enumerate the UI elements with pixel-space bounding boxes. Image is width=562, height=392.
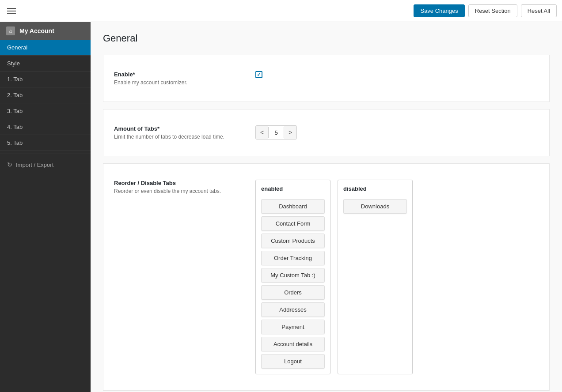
refresh-icon: ↻	[7, 161, 12, 168]
field-label-col-reorder: Reorder / Disable Tabs Reorder or even d…	[114, 180, 255, 194]
sidebar-nav-item-1[interactable]: Style	[0, 56, 91, 72]
main-content: General Enable* Enable my account custom…	[91, 22, 562, 392]
tabs-reorder-row: Reorder / Disable Tabs Reorder or even d…	[114, 173, 539, 381]
field-label-col-amount-tabs: Amount of Tabs* Limit the number of tabs…	[114, 125, 255, 140]
sidebar-nav-item-5[interactable]: 4. Tab	[0, 119, 91, 135]
field-label-amount-tabs: Amount of Tabs*	[114, 125, 255, 132]
field-label-col-enable: Enable* Enable my account customizer.	[114, 71, 255, 86]
menu-icon-wrap	[5, 5, 18, 17]
enabled-tab-item-3[interactable]: Order Tracking	[261, 251, 325, 265]
menu-icon[interactable]	[5, 5, 18, 17]
enabled-column: enabled DashboardContact FormCustom Prod…	[255, 180, 330, 374]
enabled-tab-item-1[interactable]: Contact Form	[261, 216, 325, 231]
sidebar-nav-item-2[interactable]: 1. Tab	[0, 72, 91, 87]
section-amount-tabs: Amount of Tabs* Limit the number of tabs…	[103, 109, 550, 156]
enabled-tab-item-8[interactable]: Account details	[261, 337, 325, 351]
disabled-tab-item-0[interactable]: Downloads	[343, 199, 407, 214]
save-changes-button[interactable]: Save Changes	[414, 4, 464, 17]
field-control-enable	[255, 71, 539, 78]
enabled-tab-item-5[interactable]: Orders	[261, 285, 325, 300]
tabs-columns: enabled DashboardContact FormCustom Prod…	[255, 180, 413, 374]
disabled-column: disabled Downloads	[338, 180, 413, 374]
tabs-stepper: < 5 >	[255, 125, 297, 139]
enabled-tab-item-7[interactable]: Payment	[261, 320, 325, 334]
enabled-tab-item-2[interactable]: Custom Products	[261, 234, 325, 248]
sidebar-nav-item-0[interactable]: General	[0, 40, 91, 56]
stepper-increment-button[interactable]: >	[284, 126, 296, 139]
reset-section-button[interactable]: Reset Section	[468, 4, 517, 17]
enabled-tab-item-9[interactable]: Logout	[261, 354, 325, 369]
enabled-column-label: enabled	[261, 185, 325, 195]
enabled-tabs-list: DashboardContact FormCustom ProductsOrde…	[261, 199, 325, 369]
reset-all-button[interactable]: Reset All	[521, 4, 557, 17]
import-export-item[interactable]: ↻ Import / Export	[0, 157, 91, 173]
disabled-tabs-list: Downloads	[343, 199, 407, 214]
enabled-tab-item-4[interactable]: My Custom Tab :)	[261, 268, 325, 283]
field-row-enable: Enable* Enable my account customizer.	[114, 64, 539, 93]
sidebar-nav-item-4[interactable]: 3. Tab	[0, 103, 91, 119]
field-desc-amount-tabs: Limit the number of tabs to decrease loa…	[114, 134, 255, 140]
sidebar-nav: GeneralStyle1. Tab2. Tab3. Tab4. Tab5. T…	[0, 40, 91, 151]
enabled-tab-item-0[interactable]: Dashboard	[261, 199, 325, 214]
sidebar-header: ⌂ My Account	[0, 22, 91, 40]
field-row-amount-tabs: Amount of Tabs* Limit the number of tabs…	[114, 118, 539, 147]
field-control-amount-tabs: < 5 >	[255, 125, 539, 139]
enabled-tab-item-6[interactable]: Addresses	[261, 302, 325, 317]
stepper-value: 5	[268, 127, 284, 138]
field-desc-reorder: Reorder or even disable the my account t…	[114, 188, 255, 194]
import-export-label: Import / Export	[16, 162, 53, 168]
field-desc-enable: Enable my account customizer.	[114, 79, 255, 86]
enable-checkbox[interactable]	[255, 71, 262, 78]
sidebar-title: My Account	[19, 27, 54, 34]
sidebar-nav-item-3[interactable]: 2. Tab	[0, 87, 91, 103]
field-control-reorder: enabled DashboardContact FormCustom Prod…	[255, 180, 539, 374]
layout: ⌂ My Account GeneralStyle1. Tab2. Tab3. …	[0, 22, 562, 392]
home-icon: ⌂	[6, 26, 15, 35]
disabled-column-label: disabled	[343, 185, 407, 195]
stepper-decrement-button[interactable]: <	[256, 126, 268, 139]
section-reorder-tabs: Reorder / Disable Tabs Reorder or even d…	[103, 163, 550, 391]
section-enable: Enable* Enable my account customizer.	[103, 55, 550, 102]
page-title: General	[103, 33, 550, 44]
sidebar: ⌂ My Account GeneralStyle1. Tab2. Tab3. …	[0, 22, 91, 392]
field-label-enable: Enable*	[114, 71, 255, 78]
sidebar-nav-item-6[interactable]: 5. Tab	[0, 135, 91, 151]
sidebar-divider	[0, 154, 91, 154]
field-label-reorder: Reorder / Disable Tabs	[114, 180, 255, 186]
topbar: Save Changes Reset Section Reset All	[0, 0, 562, 22]
